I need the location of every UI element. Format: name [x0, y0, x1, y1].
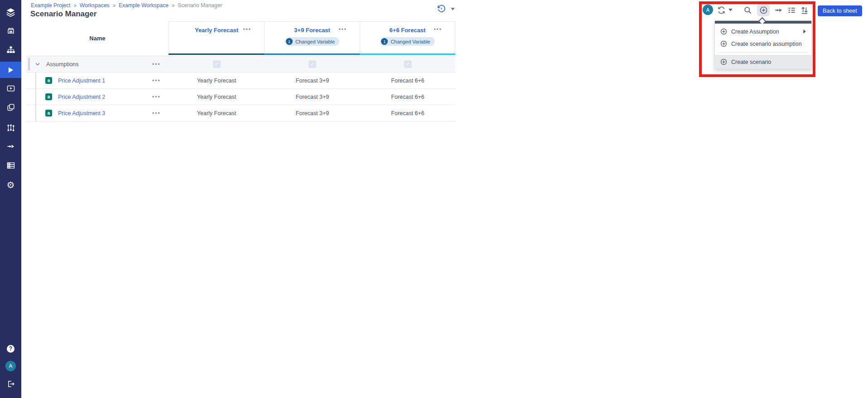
assumption-icon: a [45, 77, 52, 84]
breadcrumb-separator: > [113, 3, 116, 8]
sidebar-item-data-table[interactable] [0, 158, 21, 173]
menu-item-label: Create scenario assumption [731, 41, 802, 47]
cell-scenario-value: Forecast 3+9 [265, 89, 360, 105]
avatar: A [703, 5, 713, 15]
tree-guide-line [35, 105, 36, 121]
changed-variable-badge: 1 Changed Variable [285, 37, 339, 46]
list-icon [787, 6, 796, 15]
cell-scenario-value: Forecast 3+9 [265, 105, 360, 121]
scenario-table: Name Yearly Forecast ••• 3+9 Forecast ••… [26, 21, 455, 121]
sidebar-item-workflow[interactable] [0, 120, 21, 136]
app-logo-icon[interactable] [0, 5, 21, 20]
row-menu-button[interactable]: ••• [152, 78, 161, 83]
page-title: Scenario Manager [30, 10, 96, 19]
menu-item-create-assumption[interactable]: Create Assumption [715, 25, 811, 38]
goto-arrow-icon [774, 6, 783, 15]
assumption-link[interactable]: Price Adjustment 1 [58, 78, 105, 84]
back-to-sheet-button[interactable]: Back to sheet [818, 5, 862, 16]
breadcrumb-current-page: Scenario Manager [178, 2, 222, 9]
sidebar-item-copy[interactable] [0, 100, 21, 115]
column-menu-button[interactable]: ••• [338, 27, 347, 32]
create-dropdown-menu: Create Assumption Create scenario assump… [714, 20, 812, 69]
row-menu-button[interactable]: ••• [152, 111, 161, 116]
checkbox-checked[interactable] [213, 60, 221, 68]
breadcrumb-separator: > [172, 3, 174, 8]
column-header-yearly-forecast: Yearly Forecast ••• [169, 21, 265, 55]
assumptions-group-row: Assumptions ••• [26, 56, 455, 73]
refresh-dropdown-button[interactable] [728, 9, 733, 11]
sidebar-user-avatar[interactable]: A [0, 358, 21, 374]
cell-scenario-value: Yearly Forecast [169, 73, 265, 88]
column-header-name: Name [26, 21, 169, 55]
group-checkbox-cell [169, 56, 265, 72]
badge-label: Changed Variable [391, 39, 430, 44]
sidebar-item-connector[interactable] [0, 139, 21, 154]
sort-button[interactable] [800, 5, 809, 15]
goto-button[interactable] [774, 6, 783, 15]
breadcrumb-workspaces[interactable]: Workspaces [80, 2, 110, 9]
row-menu-button[interactable]: ••• [152, 94, 161, 100]
toolbar-user-avatar[interactable]: A [703, 5, 713, 15]
refresh-button[interactable] [717, 6, 726, 15]
menu-divider [719, 52, 807, 53]
group-label: Assumptions [46, 61, 79, 68]
cell-scenario-value: Yearly Forecast [169, 89, 265, 105]
history-icon[interactable] [437, 4, 446, 14]
assumption-icon: a [45, 93, 52, 100]
row-menu-button[interactable]: ••• [152, 62, 161, 67]
search-icon [743, 6, 752, 15]
sidebar-item-scenarios-active[interactable] [0, 62, 21, 78]
column-header-39-forecast: 3+9 Forecast ••• 1 Changed Variable [265, 21, 360, 55]
column-underline [360, 53, 455, 55]
chevron-down-icon[interactable] [35, 63, 40, 66]
assumption-icon: a [45, 110, 52, 116]
sidebar-item-archive[interactable] [0, 23, 21, 39]
column-header-66-forecast: 6+6 Forecast ••• 1 Changed Variable [360, 21, 455, 55]
plus-circle-icon [720, 58, 727, 65]
sidebar-item-settings[interactable]: ⚙ [0, 177, 21, 193]
search-button[interactable] [743, 6, 752, 15]
assumption-link[interactable]: Price Adjustment 2 [58, 94, 105, 100]
menu-item-create-scenario[interactable]: Create scenario [715, 55, 811, 69]
checkbox-checked[interactable] [309, 60, 316, 68]
menu-item-label: Create scenario [731, 59, 771, 65]
column-underline [169, 53, 265, 55]
breadcrumb-separator: > [73, 3, 76, 8]
row-name-cell: a Price Adjustment 2 ••• [26, 89, 169, 105]
column-menu-button[interactable]: ••• [434, 27, 442, 32]
row-name-cell: a Price Adjustment 3 ••• [26, 105, 169, 121]
breadcrumb-example-project[interactable]: Example Project [31, 2, 70, 9]
checkbox-checked[interactable] [404, 60, 412, 68]
table-row: a Price Adjustment 1 ••• Yearly Forecast… [26, 73, 455, 89]
table-body: Assumptions ••• a Price Adjustment 1 •••… [26, 56, 455, 121]
list-view-button[interactable] [787, 6, 796, 15]
badge-count: 1 [286, 38, 293, 45]
history-control [437, 4, 455, 14]
gear-icon: ⚙ [7, 180, 15, 189]
cell-scenario-value: Yearly Forecast [169, 105, 265, 121]
menu-item-create-scenario-assumption[interactable]: Create scenario assumption [715, 38, 811, 50]
assumption-link[interactable]: Price Adjustment 3 [58, 110, 105, 116]
logout-icon [7, 380, 15, 388]
group-checkbox-cell [265, 56, 360, 72]
badge-count: 1 [381, 38, 388, 45]
table-row: a Price Adjustment 2 ••• Yearly Forecast… [26, 89, 455, 105]
submenu-arrow-icon [803, 29, 806, 34]
cell-scenario-value: Forecast 6+6 [360, 73, 455, 88]
group-accent-bar [28, 58, 30, 71]
sidebar-item-logout[interactable] [0, 376, 21, 392]
plus-circle-icon [720, 40, 727, 47]
table-row: a Price Adjustment 3 ••• Yearly Forecast… [26, 105, 455, 121]
sidebar-item-video-play[interactable] [0, 81, 21, 96]
badge-label: Changed Variable [295, 39, 335, 44]
chevron-down-icon [728, 9, 733, 11]
create-button-active[interactable] [757, 4, 770, 16]
tree-guide-line [35, 73, 36, 89]
sidebar-item-help[interactable]: ? [0, 341, 21, 356]
breadcrumb-example-workspace[interactable]: Example Workspace [119, 2, 169, 9]
sidebar-item-sitemap[interactable] [0, 42, 21, 58]
history-chevron-down-icon[interactable] [451, 8, 455, 10]
column-underline [264, 53, 360, 55]
column-menu-button[interactable]: ••• [243, 27, 251, 32]
group-name-cell: Assumptions ••• [26, 56, 169, 72]
